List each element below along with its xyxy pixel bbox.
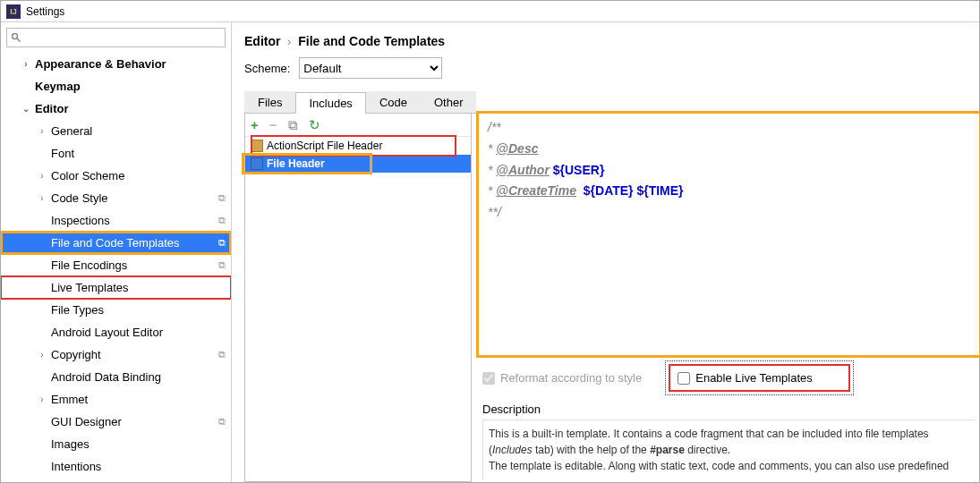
titlebar: IJ Settings	[1, 1, 979, 22]
copy-icon: ⧉	[213, 215, 231, 226]
tree-item-file-and-code-templates[interactable]: File and Code Templates⧉	[1, 232, 231, 254]
chevron-icon: ›	[33, 193, 51, 203]
copy-icon: ⧉	[213, 192, 231, 204]
template-editor-pane: /** * @Desc * @Author ${USER} * @CreateT…	[472, 114, 979, 482]
tree-item-font[interactable]: Font	[1, 142, 231, 165]
template-code-editor[interactable]: /** * @Desc * @Author ${USER} * @CreateT…	[479, 114, 979, 355]
tree-item-copyright[interactable]: ›Copyright⧉	[1, 343, 231, 366]
add-icon[interactable]: +	[251, 117, 259, 132]
description-text: This is a built-in template. It contains…	[482, 419, 976, 479]
tree-item-intentions[interactable]: Intentions	[1, 455, 231, 478]
tab-files[interactable]: Files	[244, 91, 295, 113]
template-item[interactable]: File Header	[245, 155, 471, 173]
breadcrumb: Editor › File and Code Templates	[232, 22, 979, 52]
remove-icon[interactable]: −	[269, 117, 277, 132]
tabs: FilesIncludesCodeOther	[244, 91, 967, 114]
file-icon	[251, 140, 263, 152]
app-icon: IJ	[6, 4, 21, 19]
description-label: Description	[482, 402, 976, 416]
settings-window: IJ Settings ›Appearance & BehaviorKeymap…	[0, 0, 980, 483]
tree-item-android-data-binding[interactable]: Android Data Binding	[1, 366, 231, 388]
template-item[interactable]: ActionScript File Header	[245, 137, 471, 155]
template-toolbar: + − ⧉ ↻	[245, 114, 471, 137]
breadcrumb-current: File and Code Templates	[298, 34, 445, 48]
chevron-icon: ›	[17, 59, 35, 69]
file-icon	[251, 157, 263, 170]
tree-item-images[interactable]: Images	[1, 433, 231, 455]
search-icon	[11, 32, 21, 43]
window-title: Settings	[26, 5, 64, 18]
search-input[interactable]	[6, 28, 226, 47]
settings-tree[interactable]: ›Appearance & BehaviorKeymap⌄Editor›Gene…	[1, 53, 231, 482]
tab-other[interactable]: Other	[421, 91, 477, 113]
tree-item-general[interactable]: ›General	[1, 120, 231, 142]
tree-item-color-scheme[interactable]: ›Color Scheme	[1, 165, 231, 187]
tree-item-appearance-behavior[interactable]: ›Appearance & Behavior	[1, 53, 231, 75]
reformat-checkbox: Reformat according to style	[482, 371, 642, 385]
breadcrumb-separator: ›	[287, 36, 291, 48]
tree-item-gui-designer[interactable]: GUI Designer⧉	[1, 411, 231, 433]
chevron-icon: ›	[33, 171, 51, 181]
tree-item-android-layout-editor[interactable]: Android Layout Editor	[1, 321, 231, 343]
tree-item-code-style[interactable]: ›Code Style⧉	[1, 187, 231, 209]
copy-icon: ⧉	[213, 349, 231, 360]
copy-icon[interactable]: ⧉	[288, 117, 298, 133]
tree-item-emmet[interactable]: ›Emmet	[1, 388, 231, 411]
main-panel: Editor › File and Code Templates Scheme:…	[232, 22, 979, 482]
tree-item-file-encodings[interactable]: File Encodings⧉	[1, 254, 231, 276]
tree-item-editor[interactable]: ⌄Editor	[1, 97, 231, 120]
copy-icon: ⧉	[213, 259, 231, 271]
tree-item-keymap[interactable]: Keymap	[1, 75, 231, 97]
chevron-icon: ›	[33, 394, 51, 404]
template-list[interactable]: ActionScript File HeaderFile Header	[245, 137, 471, 481]
chevron-icon: ›	[33, 350, 51, 360]
tree-item-file-types[interactable]: File Types	[1, 299, 231, 321]
svg-line-1	[17, 38, 21, 42]
scheme-select[interactable]: Default	[299, 57, 442, 79]
code-line: /**	[488, 120, 501, 134]
copy-icon: ⧉	[213, 416, 231, 428]
copy-icon: ⧉	[213, 237, 231, 249]
template-list-pane: + − ⧉ ↻ ActionScript File HeaderFile Hea…	[244, 114, 472, 482]
chevron-icon: ⌄	[17, 104, 35, 114]
tab-code[interactable]: Code	[366, 91, 421, 113]
breadcrumb-parent: Editor	[244, 34, 280, 48]
sidebar: ›Appearance & BehaviorKeymap⌄Editor›Gene…	[1, 22, 232, 482]
tree-item-live-templates[interactable]: Live Templates	[1, 276, 231, 299]
enable-live-templates-checkbox[interactable]: Enable Live Templates	[669, 364, 850, 392]
scheme-label: Scheme:	[244, 62, 290, 75]
refresh-icon[interactable]: ↻	[309, 117, 320, 133]
svg-point-0	[13, 34, 18, 39]
chevron-icon: ›	[33, 126, 51, 136]
tab-includes[interactable]: Includes	[295, 92, 365, 114]
tree-item-inspections[interactable]: Inspections⧉	[1, 209, 231, 232]
